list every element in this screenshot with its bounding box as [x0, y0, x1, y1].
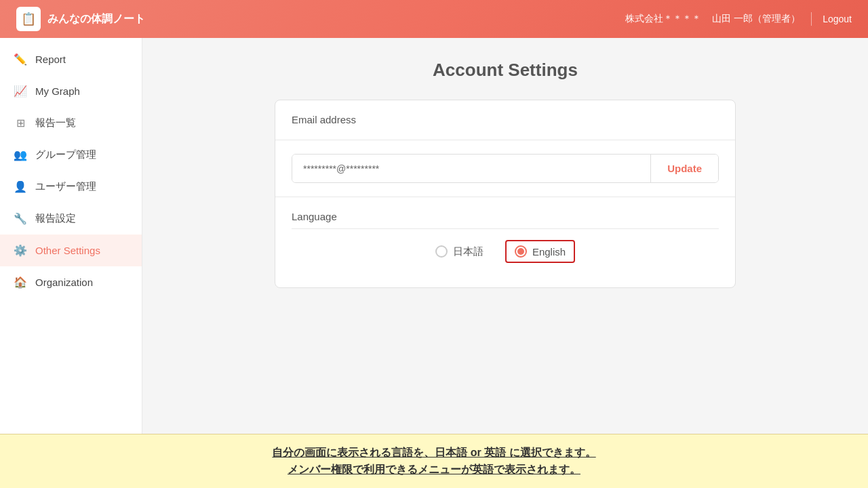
logo: 📋 みんなの体調ノート: [16, 7, 145, 31]
english-radio[interactable]: [515, 245, 527, 258]
email-input-section: Update: [275, 140, 735, 197]
sidebar-item-user-kanri[interactable]: 👤 ユーザー管理: [0, 171, 142, 203]
user-kanri-icon: 👤: [14, 180, 27, 193]
sidebar-item-other-settings[interactable]: ⚙️ Other Settings: [0, 235, 142, 266]
header-right: 株式会社＊＊＊＊ 山田 一郎（管理者） Logout: [625, 12, 852, 26]
houkoku-ichiran-icon: ⊞: [14, 117, 27, 129]
bottom-bar: 自分の画面に表示される言語を、日本語 or 英語 に選択できます。 メンバー権限…: [0, 434, 868, 488]
sidebar-label-user-kanri: ユーザー管理: [35, 180, 96, 193]
header: 📋 みんなの体調ノート 株式会社＊＊＊＊ 山田 一郎（管理者） Logout: [0, 0, 868, 38]
sidebar-label-my-graph: My Graph: [35, 85, 80, 97]
report-icon: ✏️: [14, 53, 27, 66]
bottom-text-line1: 自分の画面に表示される言語を、日本語 or 英語 に選択できます。: [16, 444, 852, 462]
email-label: Email address: [292, 114, 356, 125]
my-graph-icon: 📈: [14, 85, 27, 98]
sidebar-item-houkoku-ichiran[interactable]: ⊞ 報告一覧: [0, 107, 142, 139]
update-button[interactable]: Update: [650, 155, 718, 182]
sidebar-label-group-kanri: グループ管理: [35, 148, 96, 161]
company-name: 株式会社＊＊＊＊: [625, 13, 701, 25]
user-name: 山田 一郎（管理者）: [712, 13, 800, 25]
email-section-header: Email address: [275, 100, 735, 140]
email-input[interactable]: [292, 155, 650, 182]
content-area: Account Settings Email address Update La…: [142, 38, 868, 434]
header-divider: [811, 12, 812, 26]
group-kanri-icon: 👥: [14, 148, 27, 161]
sidebar-item-my-graph[interactable]: 📈 My Graph: [0, 75, 142, 107]
logo-icon: 📋: [16, 7, 41, 31]
sidebar: ✏️ Report 📈 My Graph ⊞ 報告一覧 👥 グループ管理 👤 ユ…: [0, 38, 142, 434]
sidebar-item-houkoku-settings[interactable]: 🔧 報告設定: [0, 203, 142, 235]
sidebar-label-other-settings: Other Settings: [35, 245, 100, 256]
sidebar-item-organization[interactable]: 🏠 Organization: [0, 266, 142, 298]
main-layout: ✏️ Report 📈 My Graph ⊞ 報告一覧 👥 グループ管理 👤 ユ…: [0, 38, 868, 434]
logo-text: みんなの体調ノート: [47, 12, 145, 26]
other-settings-icon: ⚙️: [14, 244, 27, 257]
english-label: English: [532, 246, 566, 258]
settings-card: Email address Update Language 日本語: [275, 100, 736, 288]
email-row: Update: [292, 154, 719, 183]
japanese-label: 日本語: [453, 245, 484, 258]
sidebar-item-report[interactable]: ✏️ Report: [0, 43, 142, 75]
sidebar-label-organization: Organization: [35, 277, 93, 288]
houkoku-settings-icon: 🔧: [14, 212, 27, 225]
organization-icon: 🏠: [14, 276, 27, 289]
sidebar-label-report: Report: [35, 54, 66, 65]
logout-button[interactable]: Logout: [823, 14, 852, 24]
english-option[interactable]: English: [505, 240, 575, 263]
sidebar-label-houkoku-settings: 報告設定: [35, 212, 76, 225]
language-options: 日本語 English: [292, 228, 719, 274]
sidebar-item-group-kanri[interactable]: 👥 グループ管理: [0, 139, 142, 171]
bottom-text-line2: メンバー権限で利用できるメニューが英語で表示されます。: [16, 461, 852, 479]
japanese-option[interactable]: 日本語: [435, 245, 484, 258]
sidebar-label-houkoku-ichiran: 報告一覧: [35, 117, 76, 129]
language-label: Language: [292, 211, 337, 222]
japanese-radio[interactable]: [435, 245, 448, 258]
page-title: Account Settings: [170, 60, 841, 81]
language-section: Language 日本語 English: [275, 197, 735, 287]
